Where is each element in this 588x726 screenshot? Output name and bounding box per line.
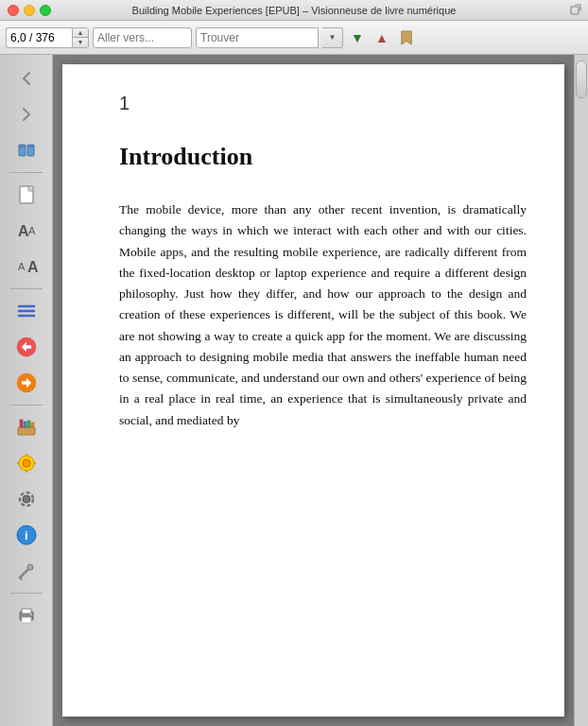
font-smaller-button[interactable]: A A bbox=[9, 251, 44, 283]
bookshelf-button[interactable] bbox=[9, 411, 44, 443]
window-title: Building Mobile Experiences [EPUB] – Vis… bbox=[132, 5, 457, 16]
back-button[interactable] bbox=[9, 62, 44, 95]
page-input[interactable] bbox=[6, 27, 72, 48]
find-prev-button[interactable]: ▲ bbox=[372, 27, 392, 48]
divider-1 bbox=[10, 172, 43, 173]
divider-2 bbox=[10, 288, 43, 289]
svg-rect-0 bbox=[571, 7, 579, 14]
page-up-button[interactable]: ▲ bbox=[73, 28, 88, 38]
svg-rect-15 bbox=[18, 427, 35, 435]
annotations-button[interactable] bbox=[9, 447, 44, 479]
svg-text:A: A bbox=[18, 261, 26, 272]
settings-button[interactable] bbox=[9, 483, 44, 515]
chapter-title: Introduction bbox=[119, 143, 527, 171]
svg-rect-16 bbox=[20, 420, 23, 427]
find-input[interactable] bbox=[196, 27, 319, 48]
tools-button[interactable] bbox=[9, 555, 44, 587]
divider-3 bbox=[10, 405, 43, 406]
svg-point-26 bbox=[23, 495, 30, 503]
print-button[interactable] bbox=[9, 599, 44, 631]
svg-rect-34 bbox=[22, 617, 31, 623]
scroll-thumb[interactable] bbox=[576, 60, 587, 98]
forward-button[interactable] bbox=[9, 98, 44, 130]
find-next-button[interactable]: ▼ bbox=[347, 27, 368, 48]
divider-4 bbox=[10, 593, 43, 594]
main-layout: A A A A bbox=[0, 55, 588, 726]
find-dropdown-button[interactable]: ▼ bbox=[322, 27, 343, 48]
resize-icon[interactable] bbox=[567, 3, 582, 18]
maximize-button[interactable] bbox=[40, 5, 51, 16]
book-page: 1 Introduction The mobile device, more t… bbox=[62, 64, 564, 717]
svg-point-21 bbox=[23, 459, 30, 467]
body-text: The mobile device, more than any other r… bbox=[119, 199, 527, 431]
new-doc-button[interactable] bbox=[9, 179, 44, 211]
page-spinner: ▲ ▼ bbox=[72, 27, 89, 48]
svg-rect-18 bbox=[27, 421, 30, 427]
page-number: 1 bbox=[119, 93, 527, 114]
traffic-lights bbox=[8, 5, 51, 16]
svg-text:A: A bbox=[27, 259, 38, 275]
toc-button[interactable] bbox=[9, 295, 44, 327]
scroll-track[interactable] bbox=[575, 55, 588, 726]
svg-line-32 bbox=[20, 578, 22, 579]
bookmark-icon[interactable] bbox=[396, 27, 417, 48]
nav-input[interactable] bbox=[93, 27, 192, 48]
svg-text:i: i bbox=[25, 528, 28, 543]
toolbar: ▲ ▼ ▼ ▼ ▲ bbox=[0, 21, 588, 55]
info-button[interactable]: i bbox=[9, 519, 44, 551]
sidebar: A A A A bbox=[0, 55, 53, 726]
content-area: 1 Introduction The mobile device, more t… bbox=[53, 55, 588, 726]
prev-nav-button[interactable] bbox=[9, 331, 44, 363]
svg-rect-19 bbox=[31, 423, 34, 427]
svg-rect-35 bbox=[22, 609, 31, 614]
page-down-button[interactable]: ▼ bbox=[73, 38, 88, 47]
next-nav-button[interactable] bbox=[9, 367, 44, 399]
minimize-button[interactable] bbox=[24, 5, 35, 16]
close-button[interactable] bbox=[8, 5, 19, 16]
svg-text:A: A bbox=[28, 225, 36, 236]
scrollbar[interactable] bbox=[574, 55, 588, 726]
svg-point-36 bbox=[30, 614, 32, 615]
svg-rect-17 bbox=[24, 422, 26, 427]
svg-point-31 bbox=[27, 564, 33, 570]
svg-line-30 bbox=[20, 568, 29, 578]
title-bar: Building Mobile Experiences [EPUB] – Vis… bbox=[0, 0, 588, 21]
open-button[interactable] bbox=[9, 134, 44, 166]
page-input-group: ▲ ▼ bbox=[6, 27, 89, 48]
font-larger-button[interactable]: A A bbox=[9, 215, 44, 247]
